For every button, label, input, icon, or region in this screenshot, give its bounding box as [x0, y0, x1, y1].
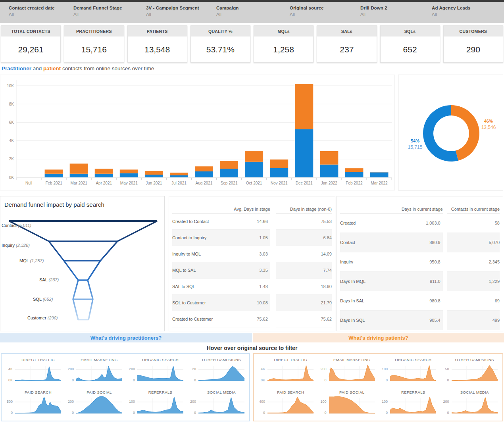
bar-practitioner-feb-2021[interactable] [45, 174, 63, 177]
bar-practitioner-sep-2021[interactable] [220, 169, 238, 177]
kpi-value: 1,258 [254, 37, 313, 62]
x-axis-tick-label: Feb 2021 [45, 181, 62, 185]
bar-practitioner-nov-2021[interactable] [270, 168, 288, 177]
bar-patient-apr-2021[interactable] [95, 169, 113, 174]
bar-practitioner-jan-2022[interactable] [320, 165, 338, 177]
filter-drill-down-2[interactable]: Drill Down 2All [360, 6, 387, 17]
table-row-created-to-contact[interactable]: Created to Contact14.6675.53 [172, 213, 332, 230]
source-chart-title: PAID SOCIAL [326, 390, 379, 394]
source-chart-organic-search: ORGANIC SEARCH1000 [378, 355, 440, 387]
bar-practitioner-jul-2021[interactable] [170, 175, 188, 177]
table-row-days-in-sal[interactable]: Days In SAL980.869 [340, 291, 500, 311]
cell-value: 7.74 [323, 268, 332, 273]
bar-practitioner-mar-2021[interactable] [70, 174, 88, 177]
bar-patient-feb-2022[interactable] [345, 168, 363, 172]
row-label: Inquiry to MQL [172, 252, 201, 256]
area-mark[interactable] [198, 366, 244, 381]
table-row-days-in-mql[interactable]: Days In MQL911.01,229 [340, 272, 500, 291]
funnel-right-side[interactable] [88, 221, 157, 320]
table-row-mql-to-sal[interactable]: MQL to SAL3.357.74 [172, 262, 332, 279]
funnel-left-side[interactable] [9, 221, 78, 320]
area-mark[interactable] [15, 397, 61, 413]
mini-y-axis: 2000 [125, 363, 137, 385]
bar-practitioner-dec-2021[interactable] [295, 129, 313, 177]
filter-ad-agency-leads[interactable]: Ad Agency LeadsAll [432, 6, 471, 17]
source-chart-title: PAID SEARCH [264, 390, 317, 394]
area-mark[interactable] [198, 397, 244, 413]
bar-patient-may-2021[interactable] [120, 169, 138, 173]
filter-label: Contact created date [9, 6, 55, 10]
bar-patient-jul-2021[interactable] [170, 173, 188, 175]
bar-patient-oct-2021[interactable] [245, 151, 263, 162]
filter-selected-value: All [432, 12, 471, 17]
y-tick-label: 0 [194, 378, 196, 382]
kpi-card-sqls: SQLs652 [380, 25, 440, 63]
bar-practitioner-mar-2022[interactable] [370, 172, 388, 177]
filter-contact-created-date[interactable]: Contact created dateAll [9, 6, 55, 17]
x-axis-tick-label: Jan 2022 [321, 181, 338, 185]
cell-value: 21.79 [321, 300, 332, 305]
row-label: Days In MQL [340, 279, 365, 284]
funnel-label-mql: MQL (1,257) [19, 258, 44, 263]
bar-patient-aug-2021[interactable] [195, 166, 213, 171]
area-mark[interactable] [329, 396, 375, 413]
table-row-contact-to-inquiry[interactable]: Contact to Inquiry1.056.84 [172, 230, 332, 246]
area-mark[interactable] [76, 366, 122, 381]
bar-patient-mar-2021[interactable] [70, 163, 88, 173]
source-chart-paid-search: PAID SEARCH5000 [3, 387, 64, 420]
filter-original-source[interactable]: Original sourceAll [290, 6, 324, 17]
contacts-over-time-chart: 0K2K4K6K8K10KNullFeb 2021Mar 2021Apr 202… [0, 75, 395, 190]
row-label: Days In SAL [340, 298, 364, 303]
table-row-created-to-customer[interactable]: Created to Customer75.6275.62 [172, 311, 332, 327]
bar-patient-sep-2021[interactable] [220, 161, 238, 169]
table-row-created[interactable]: Created1,003.058 [340, 213, 500, 233]
area-mark[interactable] [76, 396, 122, 413]
filter-3v-campaign-segment[interactable]: 3V - Campaign SegmentAll [146, 6, 199, 17]
filter-selected-value: All [73, 12, 122, 17]
area-mark[interactable] [329, 365, 375, 381]
y-tick-label: 0 [133, 411, 135, 415]
table-row-days-in-sql[interactable]: Days In SQL905.4499 [340, 311, 500, 330]
cell-value: 75.53 [321, 219, 332, 224]
bar-practitioner-jun-2021[interactable] [145, 175, 163, 177]
kpi-card-practitioners: PRACTITIONERS15,716 [64, 25, 124, 63]
cell-value: 75.62 [321, 317, 332, 321]
area-mark[interactable] [452, 365, 498, 381]
bar-patient-nov-2021[interactable] [270, 160, 288, 168]
table-row-sal-to-sql[interactable]: SAL to SQL1.4818.90 [172, 279, 332, 295]
area-mark[interactable] [390, 397, 436, 413]
area-mark[interactable] [452, 397, 498, 413]
donut-label-patients-value: 13,546 [481, 125, 496, 130]
filter-label: Ad Agency Leads [432, 6, 471, 10]
kpi-label: TOTAL CONTACTS [1, 26, 60, 37]
bar-patient-jun-2021[interactable] [145, 171, 163, 175]
x-axis-tick-label: Jun 2021 [146, 181, 162, 185]
bar-practitioner-oct-2021[interactable] [245, 162, 263, 177]
y-tick-label: 0 [263, 411, 265, 415]
y-tick-label: 200 [68, 400, 74, 404]
table-row-contact[interactable]: Contact880.95,070 [340, 233, 500, 252]
bar-practitioner-may-2021[interactable] [120, 173, 138, 177]
mini-y-axis: 500 [440, 363, 451, 385]
bar-patient-dec-2021[interactable] [295, 84, 313, 129]
mini-y-axis: 4K0K [256, 363, 267, 385]
bar-practitioner-apr-2021[interactable] [95, 174, 113, 177]
source-chart-other-campaigns: OTHER CAMPAIGNS500 [440, 355, 501, 387]
bar-practitioner-aug-2021[interactable] [195, 171, 213, 177]
bar-patient-feb-2021[interactable] [45, 169, 63, 173]
table-row-inquiry[interactable]: Inquiry950.82,345 [340, 252, 500, 272]
area-mark[interactable] [390, 365, 436, 381]
area-mark[interactable] [137, 366, 183, 381]
filter-demand-funnel-stage[interactable]: Demand Funnel StageAll [73, 6, 122, 17]
source-chart-title: REFERRALS [387, 390, 440, 394]
bar-patient-jan-2022[interactable] [320, 151, 338, 165]
cell-value: 6.84 [323, 235, 332, 240]
kpi-card-total-contacts: TOTAL CONTACTS29,261 [1, 25, 61, 63]
table-row-sql-to-customer[interactable]: SQL to Customer10.0821.79 [172, 295, 332, 311]
table-row-inquiry-to-mql[interactable]: Inquiry to MQL3.0314.09 [172, 246, 332, 262]
mini-y-axis: 1000 [125, 395, 137, 417]
bar-practitioner-feb-2022[interactable] [345, 172, 363, 177]
filter-campaign[interactable]: CampaignAll [216, 6, 239, 17]
y-axis-tick-label: 8K [9, 102, 14, 106]
bar-patient-mar-2022[interactable] [370, 172, 388, 172]
